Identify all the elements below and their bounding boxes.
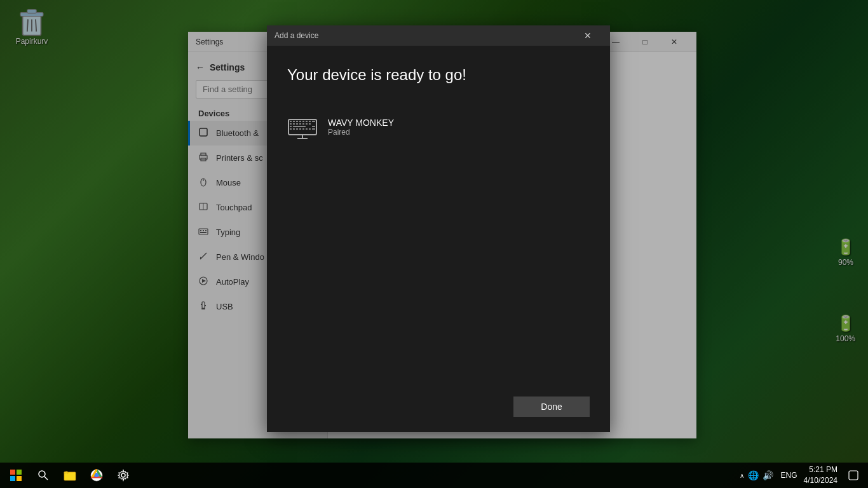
device-item: WAVY MONKEY Paired — [287, 104, 590, 150]
svg-rect-40 — [296, 123, 298, 125]
svg-rect-54 — [309, 128, 311, 130]
svg-rect-59 — [17, 470, 22, 475]
svg-point-68 — [121, 473, 125, 477]
taskbar: ∧ 🌐 🔊 ENG 5:21 PM 4/10/2024 — [0, 463, 868, 488]
device-info: WAVY MONKEY Paired — [328, 118, 394, 137]
svg-rect-38 — [290, 123, 292, 125]
desktop: Papirkurv 🔋 90% 🔋 100% Settings — □ ✕ ← … — [0, 0, 868, 488]
dialog-title: Add a device — [275, 31, 573, 40]
svg-rect-39 — [293, 123, 295, 125]
svg-rect-55 — [312, 128, 315, 130]
notification-button[interactable] — [844, 463, 863, 488]
dialog-titlebar: Add a device ✕ — [267, 25, 610, 46]
taskbar-right: ∧ 🌐 🔊 ENG 5:21 PM 4/10/2024 — [735, 463, 868, 488]
svg-rect-49 — [293, 128, 295, 130]
svg-rect-45 — [290, 126, 292, 127]
svg-line-63 — [44, 477, 48, 480]
svg-rect-43 — [306, 123, 308, 125]
dialog-footer: Done — [267, 386, 610, 432]
system-tray: ∧ 🌐 🔊 — [735, 470, 778, 480]
volume-icon[interactable]: 🔊 — [763, 470, 773, 480]
svg-point-62 — [39, 471, 45, 477]
svg-rect-41 — [299, 123, 301, 125]
svg-rect-58 — [10, 470, 15, 475]
taskbar-settings[interactable] — [111, 463, 136, 488]
dialog-close-button[interactable]: ✕ — [573, 25, 602, 46]
svg-rect-48 — [290, 128, 292, 130]
svg-point-67 — [95, 473, 98, 477]
svg-rect-50 — [296, 128, 298, 130]
dialog-heading: Your device is ready to go! — [287, 66, 590, 84]
taskbar-apps — [57, 463, 136, 488]
add-device-dialog: Add a device ✕ Your device is ready to g… — [267, 25, 610, 432]
svg-rect-36 — [309, 121, 311, 122]
svg-rect-31 — [293, 121, 295, 122]
tray-expand[interactable]: ∧ — [740, 472, 744, 479]
taskbar-file-explorer[interactable] — [57, 463, 83, 488]
svg-rect-37 — [312, 121, 315, 122]
svg-rect-64 — [64, 472, 76, 480]
svg-rect-52 — [302, 128, 304, 130]
svg-rect-33 — [299, 121, 301, 122]
network-icon: 🌐 — [748, 470, 759, 480]
svg-rect-42 — [302, 123, 304, 125]
svg-rect-44 — [309, 123, 311, 125]
start-button[interactable] — [0, 463, 32, 488]
svg-rect-60 — [10, 476, 15, 481]
svg-rect-35 — [306, 121, 308, 122]
svg-rect-34 — [302, 121, 304, 122]
taskbar-clock[interactable]: 5:21 PM 4/10/2024 — [800, 464, 841, 486]
taskbar-chrome[interactable] — [84, 463, 109, 488]
device-icon — [287, 112, 318, 142]
search-button[interactable] — [32, 464, 55, 487]
language-indicator[interactable]: ENG — [781, 471, 797, 480]
svg-rect-51 — [299, 128, 301, 130]
svg-rect-47 — [312, 126, 315, 127]
svg-rect-46 — [293, 126, 306, 127]
svg-rect-30 — [290, 121, 292, 122]
svg-rect-69 — [849, 471, 858, 480]
done-button[interactable]: Done — [513, 396, 590, 417]
svg-rect-32 — [296, 121, 298, 122]
device-status: Paired — [328, 128, 394, 137]
device-name: WAVY MONKEY — [328, 118, 394, 128]
dialog-content: Your device is ready to go! — [267, 46, 610, 386]
clock-date: 4/10/2024 — [804, 475, 837, 486]
svg-rect-53 — [306, 128, 308, 130]
svg-rect-61 — [17, 476, 22, 481]
clock-time: 5:21 PM — [804, 464, 837, 475]
